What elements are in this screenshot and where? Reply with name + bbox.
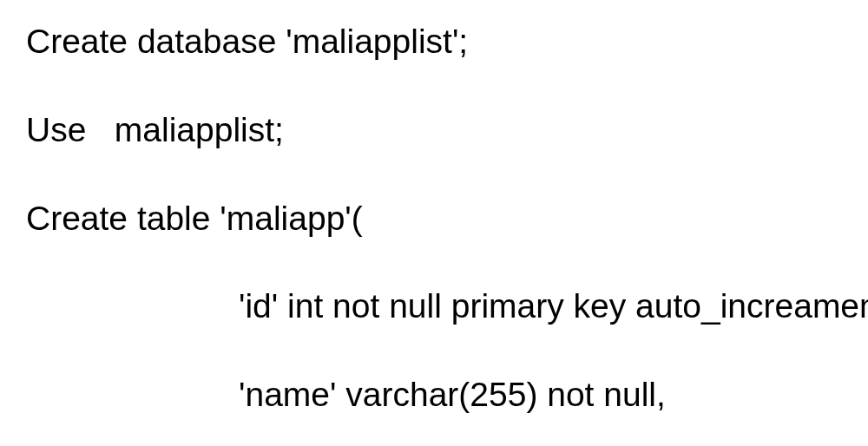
- code-line-4: 'id' int not null primary key auto_incre…: [26, 286, 842, 327]
- code-line-5: 'name' varchar(255) not null,: [26, 375, 842, 416]
- code-line-1: Create database 'maliapplist';: [26, 22, 842, 62]
- code-line-2: Use maliapplist;: [26, 110, 842, 151]
- code-line-3: Create table 'maliapp'(: [26, 199, 842, 239]
